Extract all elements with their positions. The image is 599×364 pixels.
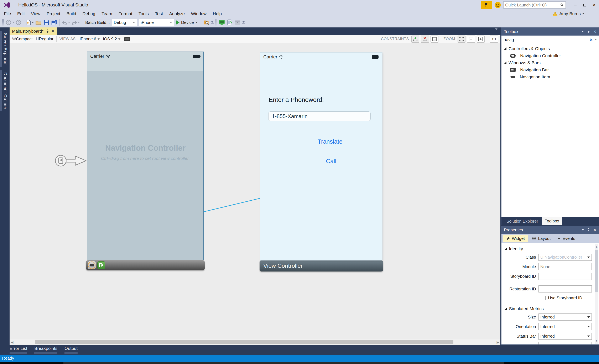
scroll-up-arrow-icon[interactable]: ▲ <box>595 245 598 248</box>
canvas-horizontal-scrollbar[interactable]: ◀ ▶ <box>9 339 500 345</box>
feedback-smiley-button[interactable] <box>495 2 501 8</box>
scrollbar-thumb[interactable] <box>35 340 453 344</box>
windows-taskbar-edge[interactable] <box>0 362 599 364</box>
identity-section-header[interactable]: Identity <box>502 246 599 251</box>
scroll-down-arrow-icon[interactable]: ▼ <box>595 339 598 342</box>
close-tab-icon[interactable]: × <box>52 29 54 34</box>
redo-caret[interactable] <box>78 22 80 23</box>
menu-tools[interactable]: Tools <box>135 10 152 17</box>
status-bar-dropdown[interactable]: Inferred <box>538 333 592 340</box>
undo-button[interactable] <box>61 18 71 27</box>
class-dropdown[interactable]: UINavigationController <box>538 254 592 261</box>
feedback-flag-button[interactable] <box>481 1 492 9</box>
undo-caret[interactable] <box>68 22 70 23</box>
add-constraint-button[interactable] <box>411 35 419 43</box>
pin-icon[interactable] <box>587 30 590 33</box>
restore-button[interactable] <box>580 1 590 9</box>
document-outline-tab[interactable]: Document Outline <box>0 70 9 111</box>
menu-debug[interactable]: Debug <box>79 10 98 17</box>
view-controller-view[interactable]: Carrier Enter a Phoneword: 1-855-Xamarin… <box>260 52 382 260</box>
device-pair-button[interactable] <box>226 18 234 27</box>
device-model-dropdown[interactable]: iPhone 6 <box>80 37 100 41</box>
scrollbar-thumb[interactable] <box>595 250 598 292</box>
toolbox-group-controllers[interactable]: Controllers & Objects <box>502 45 599 52</box>
use-storyboard-id-checkbox[interactable] <box>541 296 546 300</box>
find-in-files-button[interactable] <box>202 18 210 27</box>
open-file-button[interactable] <box>35 18 43 27</box>
properties-header[interactable]: Properties × <box>502 226 599 234</box>
menu-format[interactable]: Format <box>115 10 135 17</box>
menu-help[interactable]: Help <box>210 10 225 17</box>
solution-config-dropdown[interactable]: Debug <box>112 19 137 26</box>
account-area[interactable]: Amy Burns <box>553 11 584 16</box>
navigate-forward-button[interactable] <box>15 18 22 27</box>
toolbar-overflow-button[interactable] <box>242 21 245 24</box>
storyboard-id-input[interactable] <box>538 273 592 280</box>
menu-edit[interactable]: Edit <box>14 10 28 17</box>
batch-build-button[interactable]: Batch Build... <box>83 20 112 25</box>
new-item-button[interactable] <box>25 18 35 27</box>
platform-dropdown[interactable]: iPhone <box>139 19 174 26</box>
toolbox-header[interactable]: Toolbox × <box>502 28 599 35</box>
new-item-caret[interactable] <box>32 22 34 23</box>
back-history-caret[interactable] <box>12 22 15 23</box>
tab-main-storyboard[interactable]: Main.storyboard* × <box>9 27 57 35</box>
phoneword-text-field[interactable]: 1-855-Xamarin <box>268 112 371 121</box>
toolbar-grip[interactable] <box>2 19 4 26</box>
storyboard-entry-arrow[interactable] <box>54 151 87 170</box>
pin-icon[interactable] <box>587 228 590 232</box>
simulated-metrics-section-header[interactable]: Simulated Metrics <box>502 306 599 311</box>
toolbar-overflow-button[interactable] <box>211 21 214 24</box>
zoom-actual-size-button[interactable]: 1:1 <box>490 35 498 43</box>
ios-simulator-button[interactable] <box>218 18 226 27</box>
search-options-caret[interactable] <box>595 39 597 40</box>
minimize-button[interactable] <box>570 1 580 9</box>
server-explorer-tab[interactable]: Server Explorer <box>0 31 9 67</box>
zoom-fit-button[interactable] <box>458 35 466 43</box>
call-button[interactable]: Call <box>310 158 352 165</box>
module-input[interactable] <box>538 263 592 270</box>
size-dropdown[interactable]: Inferred <box>538 313 592 321</box>
redo-button[interactable] <box>71 18 80 27</box>
os-version-dropdown[interactable]: iOS 9.2 <box>103 37 120 41</box>
update-frames-button[interactable] <box>431 35 439 43</box>
toolbox-search-input[interactable] <box>503 37 588 42</box>
storyboard-canvas[interactable]: Carrier Navigation Controller Ctrl+drag … <box>9 43 500 339</box>
quick-launch-input[interactable] <box>505 3 560 8</box>
clear-constraints-button[interactable] <box>421 35 429 43</box>
view-controller-scene[interactable]: Carrier Enter a Phoneword: 1-855-Xamarin… <box>260 52 383 271</box>
error-list-tab[interactable]: Error List <box>9 346 27 354</box>
translate-button[interactable]: Translate <box>309 138 351 145</box>
scroll-left-arrow-icon[interactable]: ◀ <box>11 340 13 344</box>
toolbar-grip[interactable] <box>215 19 217 26</box>
save-all-button[interactable] <box>50 18 58 27</box>
zoom-out-button[interactable] <box>467 35 475 43</box>
tab-layout[interactable]: Layout <box>529 235 554 242</box>
window-position-caret[interactable] <box>582 229 584 231</box>
toolbox-item-navigation-item[interactable]: Navigation Item <box>502 73 599 80</box>
navigation-controller-view[interactable]: Carrier Navigation Controller Ctrl+drag … <box>87 52 204 260</box>
menu-test[interactable]: Test <box>152 10 166 17</box>
breakpoints-tab[interactable]: Breakpoints <box>34 346 57 354</box>
menu-analyze[interactable]: Analyze <box>166 10 188 17</box>
close-button[interactable]: × <box>590 1 599 9</box>
properties-scrollbar[interactable]: ▲ ▼ <box>595 244 598 344</box>
scene-title-bar[interactable]: View Controller <box>260 260 383 271</box>
orientation-dropdown[interactable]: Inferred <box>538 323 592 330</box>
menu-build[interactable]: Build <box>63 10 79 17</box>
device-target-caret[interactable] <box>195 22 198 23</box>
device-frame-toggle[interactable] <box>124 37 130 41</box>
exit-segue-badge[interactable] <box>97 261 105 269</box>
restoration-id-input[interactable] <box>538 286 592 293</box>
navigation-item-badge[interactable] <box>88 261 96 269</box>
save-button[interactable] <box>43 18 50 27</box>
pin-icon[interactable] <box>46 29 49 33</box>
clipped-dropdown[interactable] <box>538 342 592 345</box>
menu-project[interactable]: Project <box>44 10 63 17</box>
zoom-in-button[interactable] <box>477 35 484 43</box>
window-position-caret[interactable] <box>582 31 584 32</box>
clear-search-icon[interactable]: × <box>590 37 592 42</box>
menu-team[interactable]: Team <box>98 10 115 17</box>
archive-button[interactable] <box>234 18 241 27</box>
menu-window[interactable]: Window <box>188 10 210 17</box>
